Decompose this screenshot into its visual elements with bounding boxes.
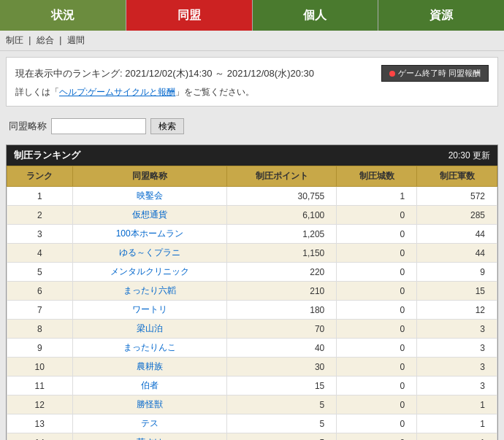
cell-points: 5 — [226, 414, 336, 433]
ranking-header: 制圧ランキング 20:30 更新 — [7, 145, 497, 166]
cell-rank: 12 — [7, 395, 73, 414]
cell-alliance-name[interactable]: 映鑿会 — [72, 187, 226, 206]
breadcrumb-sep-0: | — [28, 35, 33, 45]
cell-alliance-name[interactable]: まったりんこ — [72, 339, 226, 358]
cell-points: 210 — [226, 282, 336, 301]
cell-alliance-name[interactable]: 100本ホームラン — [72, 225, 226, 244]
table-row: 13テス501 — [7, 414, 497, 433]
col-rank: ランク — [7, 166, 73, 187]
cell-castles: 0 — [337, 433, 417, 441]
tab-status[interactable]: 状況 — [0, 0, 126, 31]
cell-points: 30,755 — [226, 187, 336, 206]
cell-points: 5 — [226, 433, 336, 441]
cell-rank: 3 — [7, 225, 73, 244]
breadcrumb-sep-1: | — [59, 35, 64, 45]
tab-alliance[interactable]: 同盟 — [126, 0, 253, 31]
cell-alliance-name[interactable]: 仮想通貨 — [72, 206, 226, 225]
ranking-title: 制圧ランキング — [14, 149, 80, 162]
cell-castles: 0 — [337, 225, 417, 244]
cell-alliance-name[interactable]: メンタルクリニック — [72, 263, 226, 282]
cell-alliance-name[interactable]: 農耕族 — [72, 358, 226, 377]
cell-points: 40 — [226, 339, 336, 358]
cell-rank: 13 — [7, 414, 73, 433]
game-end-button-label: ゲーム終了時 同盟報酬 — [398, 68, 481, 79]
cell-castles: 0 — [337, 263, 417, 282]
ranking-container: 制圧ランキング 20:30 更新 ランク 同盟略称 制圧ポイント 制圧城数 制圧… — [6, 144, 498, 440]
cell-armies: 1 — [417, 395, 497, 414]
cell-armies: 44 — [417, 225, 497, 244]
cell-armies: 285 — [417, 206, 497, 225]
col-armies: 制圧軍数 — [417, 166, 497, 187]
cell-alliance-name[interactable]: ゆる～くプラニ — [72, 244, 226, 263]
table-row: 3100本ホームラン1,205044 — [7, 225, 497, 244]
table-row: 8梁山泊7003 — [7, 320, 497, 339]
cell-castles: 0 — [337, 206, 417, 225]
cell-rank: 9 — [7, 339, 73, 358]
ranking-date-separator: ～ — [215, 68, 227, 79]
breadcrumb-item-0[interactable]: 制圧 — [6, 35, 23, 45]
cell-armies: 9 — [417, 263, 497, 282]
cell-rank: 8 — [7, 320, 73, 339]
cell-castles: 0 — [337, 414, 417, 433]
table-row: 14茶すけ501 — [7, 433, 497, 441]
cell-alliance-name[interactable]: 伯者 — [72, 377, 226, 395]
help-link[interactable]: ヘルプ:ゲームサイクルと報酬 — [59, 87, 175, 97]
ranking-update-time: 20:30 更新 — [448, 150, 490, 162]
cell-armies: 12 — [417, 301, 497, 320]
help-suffix: 」をご覧ください。 — [175, 87, 254, 97]
cell-alliance-name[interactable]: テス — [72, 414, 226, 433]
cell-points: 1,205 — [226, 225, 336, 244]
cell-alliance-name[interactable]: 勝怪獣 — [72, 395, 226, 414]
cell-armies: 1 — [417, 414, 497, 433]
search-button[interactable]: 検索 — [150, 118, 184, 134]
cell-points: 6,100 — [226, 206, 336, 225]
cell-alliance-name[interactable]: 梁山泊 — [72, 320, 226, 339]
cell-armies: 1 — [417, 433, 497, 441]
cell-castles: 1 — [337, 187, 417, 206]
ranking-end-date: 2021/12/08(水)20:30 — [227, 68, 314, 79]
top-navigation: 状況 同盟 個人 資源 — [0, 0, 504, 31]
date-info-box: 現在表示中のランキング: 2021/12/02(木)14:30 ～ 2021/1… — [6, 57, 498, 107]
table-row: 4ゆる～くプラニ1,150044 — [7, 244, 497, 263]
cell-armies: 15 — [417, 282, 497, 301]
cell-castles: 0 — [337, 358, 417, 377]
cell-points: 30 — [226, 358, 336, 377]
cell-alliance-name[interactable]: まったり六韜 — [72, 282, 226, 301]
cell-rank: 1 — [7, 187, 73, 206]
table-row: 7ワートリ180012 — [7, 301, 497, 320]
tab-individual[interactable]: 個人 — [253, 0, 379, 31]
cell-castles: 0 — [337, 282, 417, 301]
table-row: 2仮想通貨6,1000285 — [7, 206, 497, 225]
ranking-table: ランク 同盟略称 制圧ポイント 制圧城数 制圧軍数 1映鑿会30,7551572… — [7, 166, 497, 440]
cell-rank: 5 — [7, 263, 73, 282]
cell-alliance-name[interactable]: ワートリ — [72, 301, 226, 320]
col-alliance: 同盟略称 — [72, 166, 226, 187]
search-label: 同盟略称 — [9, 120, 47, 133]
cell-alliance-name[interactable]: 茶すけ — [72, 433, 226, 441]
game-end-button[interactable]: ゲーム終了時 同盟報酬 — [381, 65, 489, 82]
cell-rank: 4 — [7, 244, 73, 263]
cell-armies: 3 — [417, 339, 497, 358]
cell-rank: 7 — [7, 301, 73, 320]
cell-castles: 0 — [337, 395, 417, 414]
cell-points: 180 — [226, 301, 336, 320]
table-row: 12勝怪獣501 — [7, 395, 497, 414]
search-row: 同盟略称 検索 — [6, 112, 498, 140]
col-castles: 制圧城数 — [337, 166, 417, 187]
search-input[interactable] — [51, 118, 146, 134]
cell-armies: 3 — [417, 358, 497, 377]
ranking-date-prefix: 現在表示中のランキング: — [15, 68, 125, 79]
cell-points: 220 — [226, 263, 336, 282]
cell-castles: 0 — [337, 244, 417, 263]
cell-armies: 44 — [417, 244, 497, 263]
tab-resources[interactable]: 資源 — [378, 0, 504, 31]
breadcrumb-item-2[interactable]: 週間 — [67, 35, 85, 45]
table-row: 9まったりんこ4003 — [7, 339, 497, 358]
breadcrumb-item-1[interactable]: 総合 — [37, 35, 54, 45]
ranking-start-date: 2021/12/02(木)14:30 — [125, 68, 212, 79]
cell-rank: 14 — [7, 433, 73, 441]
help-prefix: 詳しくは「 — [15, 87, 59, 97]
table-row: 1映鑿会30,7551572 — [7, 187, 497, 206]
cell-castles: 0 — [337, 339, 417, 358]
table-row: 5メンタルクリニック22009 — [7, 263, 497, 282]
